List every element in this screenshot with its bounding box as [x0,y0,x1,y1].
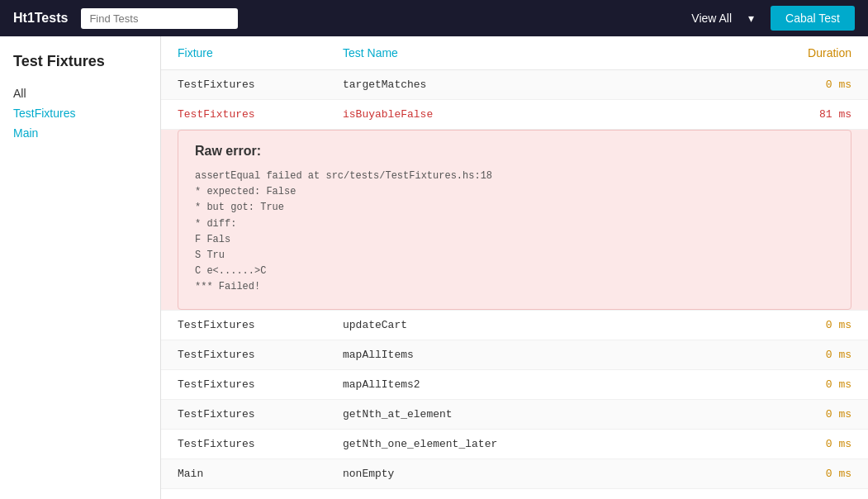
cell-testname: getNth_at_element [343,408,719,421]
cell-duration: 81 ms [719,108,851,121]
cell-fixture: TestFixtures [178,78,343,91]
sidebar-item-all[interactable]: All [13,83,147,103]
cell-fixture: TestFixtures [178,108,343,121]
column-duration: Duration [719,46,851,59]
error-title: Raw error: [195,144,834,159]
main-content: Fixture Test Name Duration TestFixtures … [161,36,868,499]
sidebar-item-testfixtures[interactable]: TestFixtures [13,103,147,123]
column-fixture: Fixture [178,46,343,59]
column-testname: Test Name [343,46,719,59]
table-row[interactable]: TestFixtures getNth_one_element_later 0 … [161,430,868,459]
cell-fixture: TestFixtures [178,408,343,421]
table-row[interactable]: TestFixtures mapAllItems 0 ms [161,340,868,370]
table-row[interactable]: TestFixtures getNth_at_element 0 ms [161,400,868,430]
cell-fixture: TestFixtures [178,349,343,361]
cell-duration: 0 ms [719,408,851,421]
sidebar: Test Fixtures All TestFixtures Main [0,36,161,499]
sidebar-item-main[interactable]: Main [13,123,147,143]
viewall-button[interactable]: View All [691,12,732,25]
cell-testname: isBuyableFalse [343,108,719,121]
cell-testname: mapAllItems [343,349,719,361]
main-layout: Test Fixtures All TestFixtures Main Fixt… [0,36,868,499]
error-container: Raw error: assertEqual failed at src/tes… [161,130,868,311]
table-row[interactable]: TestFixtures targetMatches 0 ms [161,70,868,100]
app-title: Ht1Tests [13,11,68,26]
cell-duration: 0 ms [719,378,851,391]
table-row[interactable]: TestFixtures updateCart 0 ms [161,311,868,340]
error-box: Raw error: assertEqual failed at src/tes… [178,130,851,310]
cabal-test-button[interactable]: Cabal Test [771,6,855,31]
table-row-failed[interactable]: TestFixtures isBuyableFalse 81 ms [161,100,868,130]
cell-testname: updateCart [343,319,719,331]
cell-duration: 0 ms [719,468,851,480]
table-row[interactable]: TestFixtures mapAllItems2 0 ms [161,370,868,400]
cell-fixture: Main [178,468,343,480]
cell-fixture: TestFixtures [178,438,343,450]
cell-duration: 0 ms [719,438,851,450]
cell-duration: 0 ms [719,78,851,91]
cell-duration: 0 ms [719,349,851,361]
table-header: Fixture Test Name Duration [161,36,868,70]
cell-fixture: TestFixtures [178,319,343,331]
error-content: assertEqual failed at src/tests/TestFixt… [195,169,834,296]
sidebar-title: Test Fixtures [13,53,147,70]
viewall-dropdown-icon[interactable]: ▾ [745,12,757,25]
table-row[interactable]: Main nonEmpty 0 ms [161,459,868,489]
cell-testname: targetMatches [343,78,719,91]
table-row[interactable]: Main empty 0 ms [161,489,868,500]
cell-testname: nonEmpty [343,468,719,480]
cell-fixture: TestFixtures [178,378,343,391]
cell-testname: mapAllItems2 [343,378,719,391]
search-input[interactable] [81,8,238,29]
cell-testname: getNth_one_element_later [343,438,719,450]
top-nav: Ht1Tests View All ▾ Cabal Test [0,0,868,36]
cell-duration: 0 ms [719,319,851,331]
